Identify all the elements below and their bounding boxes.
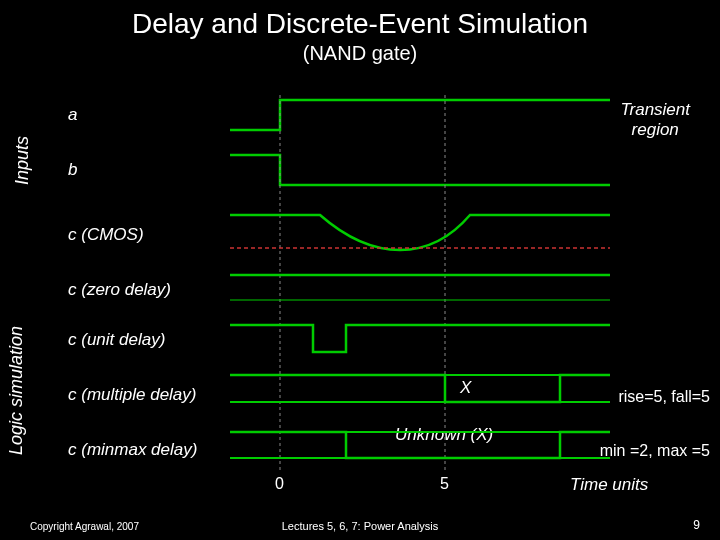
waveform-canvas bbox=[0, 0, 720, 540]
footer-lecture: Lectures 5, 6, 7: Power Analysis bbox=[0, 520, 720, 532]
footer-page: 9 bbox=[693, 518, 700, 532]
